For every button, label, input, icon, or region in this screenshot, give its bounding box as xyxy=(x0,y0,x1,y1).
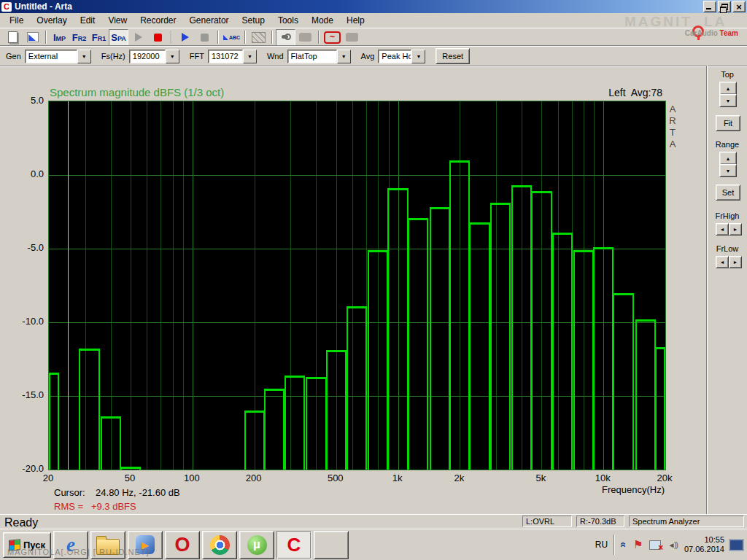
tray-speaker-icon[interactable] xyxy=(667,541,678,549)
spa-mode-button[interactable]: SPA xyxy=(109,29,128,46)
spectrum-bar-20000 xyxy=(655,347,665,470)
averaging-select[interactable]: Peak Hol xyxy=(378,50,425,63)
dropdown-arrow-icon[interactable] xyxy=(166,50,179,63)
play-button-disabled[interactable] xyxy=(128,29,148,46)
toolbar-separator xyxy=(217,31,219,44)
spectrum-bar-5000 xyxy=(531,191,551,470)
clock-date: 07.06.2014 xyxy=(684,545,724,554)
restore-button[interactable] xyxy=(718,1,731,12)
avg-label: Avg xyxy=(361,52,375,61)
menu-item-recorder[interactable]: Recorder xyxy=(133,14,182,27)
spectrum-bar-1600 xyxy=(430,207,450,470)
set-button[interactable]: Set xyxy=(716,184,740,201)
dropdown-arrow-icon[interactable] xyxy=(411,50,425,63)
frhigh-decrease-button[interactable] xyxy=(716,223,729,236)
minimize-icon xyxy=(706,8,711,9)
watermark-bottom: MAGNITOLA[.ORG] [.RU-ID.NET] xyxy=(7,548,150,556)
stop-recording-button[interactable] xyxy=(195,29,214,46)
top-down-button[interactable] xyxy=(719,94,737,107)
reset-button[interactable]: Reset xyxy=(436,48,470,64)
fr2-mode-button[interactable]: FR2 xyxy=(69,29,89,46)
taskbar-icon-chrome[interactable] xyxy=(202,531,237,559)
tray-divider xyxy=(614,534,615,555)
x-tick-label: 200 xyxy=(246,472,262,483)
dropdown-arrow-icon[interactable] xyxy=(243,50,257,63)
spectrum-bar-4000 xyxy=(511,185,532,470)
menu-item-view[interactable]: View xyxy=(101,14,133,27)
signal-generator-button[interactable] xyxy=(322,29,342,46)
spectrum-bar-8000 xyxy=(573,250,594,470)
spectrum-bar-250 xyxy=(264,389,285,470)
arta-letter: T xyxy=(667,127,678,139)
frhigh-label: FrHigh xyxy=(708,211,747,220)
y-tick-label: -20.0 xyxy=(22,463,44,475)
record-stop-button[interactable] xyxy=(148,29,168,46)
fs-label: Fs(Hz) xyxy=(101,52,125,61)
frlow-decrease-button[interactable] xyxy=(716,256,729,268)
system-tray: RU 10:55 07.06.2014 xyxy=(589,534,744,555)
menu-item-overlay[interactable]: Overlay xyxy=(30,14,73,27)
taskbar-icon-utorrent[interactable] xyxy=(239,531,274,559)
watermark-caraudio-team: CarAudio Team xyxy=(685,29,738,37)
spa-label: SPA xyxy=(111,32,126,43)
start-recording-button[interactable] xyxy=(175,29,195,46)
spectrum-plot[interactable] xyxy=(48,101,666,470)
taskbar-clock[interactable]: 10:55 07.06.2014 xyxy=(684,535,724,554)
tray-chevron-up-icon[interactable] xyxy=(621,539,627,551)
disabled-tool-button-2[interactable] xyxy=(342,29,362,46)
top-up-button[interactable] xyxy=(719,82,737,95)
dropdown-arrow-icon[interactable] xyxy=(337,50,351,63)
mic-calibration-button[interactable] xyxy=(276,29,295,46)
frlow-increase-button[interactable] xyxy=(729,256,742,268)
taskbar-icon-opera[interactable] xyxy=(165,531,200,559)
watermark-text: CarAudio xyxy=(685,29,720,37)
fr1-mode-button[interactable]: FR1 xyxy=(89,29,109,46)
tray-alert-flag-icon[interactable] xyxy=(633,538,643,551)
show-desktop-monitor-icon[interactable] xyxy=(729,539,744,551)
shading-button[interactable] xyxy=(249,29,268,46)
menu-item-file[interactable]: File xyxy=(3,14,30,27)
taskbar-icon-screenshot-tool[interactable] xyxy=(314,531,349,559)
menu-item-edit[interactable]: Edit xyxy=(74,14,102,27)
labels-button[interactable]: ABC xyxy=(222,29,241,46)
opera-icon xyxy=(174,534,190,556)
minimize-button[interactable] xyxy=(703,1,716,12)
window-select[interactable]: FlatTop xyxy=(287,50,351,63)
arta-letter: A xyxy=(667,139,678,150)
new-file-icon xyxy=(8,31,18,43)
range-down-button[interactable] xyxy=(719,164,737,177)
samplerate-select[interactable]: 192000 xyxy=(129,50,179,63)
spectrum-bar-16000 xyxy=(635,319,656,470)
fr1-label: FR1 xyxy=(92,32,106,43)
x-tick-label: 500 xyxy=(328,472,344,483)
menu-item-tools[interactable]: Tools xyxy=(271,14,305,27)
menu-item-help[interactable]: Help xyxy=(340,14,371,27)
menu-item-setup[interactable]: Setup xyxy=(236,14,271,27)
overlay-button[interactable] xyxy=(23,29,42,46)
panel-divider xyxy=(706,66,708,514)
fft-size-select[interactable]: 131072 xyxy=(208,50,257,63)
close-button[interactable] xyxy=(732,1,746,12)
tray-network-offline-icon[interactable] xyxy=(649,540,661,550)
watermark-text: LA xyxy=(704,14,727,29)
generator-select[interactable]: External xyxy=(25,50,91,63)
watermark-text: Team xyxy=(720,29,738,37)
frhigh-increase-button[interactable] xyxy=(729,223,742,236)
disabled-tool-button[interactable] xyxy=(295,29,315,46)
language-indicator[interactable]: RU xyxy=(589,540,614,550)
settings-bar: Gen External Fs(Hz) 192000 FFT 131072 Wn… xyxy=(0,45,747,66)
toolbar-separator xyxy=(171,31,172,44)
taskbar-icon-arta[interactable] xyxy=(276,531,311,559)
fit-button[interactable]: Fit xyxy=(716,115,740,131)
dropdown-arrow-icon[interactable] xyxy=(77,50,91,63)
gridline-v-minor xyxy=(111,101,112,470)
menu-item-mode[interactable]: Mode xyxy=(305,14,340,27)
microphone-icon xyxy=(281,32,291,42)
app-icon xyxy=(1,2,12,12)
menu-item-generator[interactable]: Generator xyxy=(183,14,236,27)
range-up-button[interactable] xyxy=(719,152,737,165)
arta-icon xyxy=(287,534,301,556)
new-file-button[interactable] xyxy=(3,29,23,46)
spectrum-bar-40 xyxy=(101,416,121,470)
impulse-mode-button[interactable]: IMP xyxy=(50,29,69,46)
